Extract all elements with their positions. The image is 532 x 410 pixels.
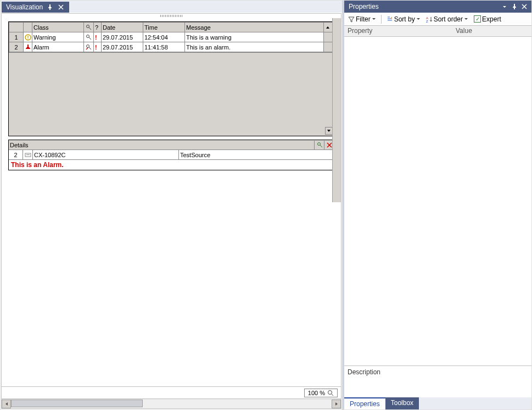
sortby-label: Sort by xyxy=(394,15,415,23)
svg-point-5 xyxy=(87,45,89,47)
cell-message: This is an alarm. xyxy=(185,42,324,52)
pane-grip[interactable] xyxy=(2,14,341,18)
details-message: This is an Alarm. xyxy=(9,160,334,170)
tab-properties[interactable]: Properties xyxy=(344,397,385,409)
sortorder-button[interactable]: AZ Sort order xyxy=(424,15,470,24)
ack-icon[interactable] xyxy=(84,32,94,42)
details-title: Details xyxy=(9,142,314,148)
properties-description: Description xyxy=(344,365,531,397)
properties-grid xyxy=(344,37,531,365)
window-menu-icon[interactable] xyxy=(500,2,509,12)
svg-rect-2 xyxy=(27,36,28,38)
zoom-icon xyxy=(327,390,334,396)
col-date[interactable]: Date xyxy=(102,23,143,32)
col-class[interactable]: Class xyxy=(32,23,84,32)
visualization-body: Class ? Date Time Message xyxy=(1,13,341,409)
visualization-canvas: Class ? Date Time Message xyxy=(2,18,341,202)
details-box: Details 2 CX-10892C TestSource xyxy=(8,140,334,170)
cell-rownum: 1 xyxy=(9,32,24,42)
filter-label: Filter xyxy=(356,15,371,23)
tab-label: Visualization xyxy=(6,3,43,11)
tab-visualization[interactable]: Visualization xyxy=(2,2,69,13)
col-ack[interactable] xyxy=(84,23,94,32)
col-icon[interactable] xyxy=(24,23,32,32)
cell-date: 29.07.2015 xyxy=(102,42,143,52)
svg-rect-8 xyxy=(26,154,30,155)
alarm-icon xyxy=(24,42,32,52)
properties-columns: Property Value xyxy=(344,26,531,37)
cell-date: 29.07.2015 xyxy=(102,32,143,42)
checkbox-checked-icon: ✓ xyxy=(474,15,481,23)
properties-toolbar: Filter Sort by AZ Sort order ✓ Expert xyxy=(344,13,531,26)
sortorder-label: Sort order xyxy=(434,15,463,23)
sort-down-button[interactable] xyxy=(325,127,333,135)
expert-label: Expert xyxy=(482,15,501,23)
col-value[interactable]: Value xyxy=(452,26,531,36)
details-device: CX-10892C xyxy=(33,150,179,159)
cell-class: Warning xyxy=(32,32,84,42)
cell-class: Alarm xyxy=(32,42,84,52)
table-row[interactable]: 2 Alarm ! 29.07.2015 11:41:58 This i xyxy=(9,42,334,52)
hscrollbar[interactable] xyxy=(2,398,341,408)
cell-time: 12:54:04 xyxy=(143,32,185,42)
cell-rownum: 2 xyxy=(9,42,24,52)
exclaim-icon: ! xyxy=(94,42,102,52)
visualization-footer: 100 % xyxy=(2,386,341,398)
svg-point-0 xyxy=(87,25,89,27)
scroll-right-icon[interactable] xyxy=(332,400,341,408)
properties-titlebar: Properties xyxy=(344,1,531,13)
scroll-track[interactable] xyxy=(11,400,332,408)
exclaim-icon: ! xyxy=(94,32,102,42)
visualization-tabstrip: Visualization xyxy=(1,1,342,13)
col-flag[interactable]: ? xyxy=(94,23,102,32)
filter-button[interactable]: Filter xyxy=(346,15,378,24)
visualization-pane: Visualization xyxy=(1,1,344,409)
details-rownum: 2 xyxy=(9,150,23,159)
sortorder-icon: AZ xyxy=(426,16,433,23)
expert-toggle[interactable]: ✓ Expert xyxy=(472,15,503,24)
details-source: TestSource xyxy=(179,150,334,159)
svg-point-9 xyxy=(328,390,332,394)
col-rownum[interactable] xyxy=(9,23,24,32)
col-property[interactable]: Property xyxy=(344,26,452,36)
vscrollbar[interactable] xyxy=(332,18,341,202)
properties-title: Properties xyxy=(346,3,500,10)
close-icon[interactable] xyxy=(57,3,65,11)
chevron-down-icon xyxy=(464,17,468,21)
scroll-left-icon[interactable] xyxy=(2,400,11,408)
device-icon xyxy=(23,150,33,159)
warning-icon xyxy=(24,32,32,42)
properties-pane: Properties Filter Sort by AZ Sort order xyxy=(344,1,531,409)
svg-point-4 xyxy=(87,35,89,37)
chevron-down-icon xyxy=(416,17,421,21)
details-header: Details xyxy=(9,140,334,150)
scroll-thumb[interactable] xyxy=(11,400,143,407)
chevron-down-icon xyxy=(372,17,376,21)
details-row: 2 CX-10892C TestSource xyxy=(9,150,334,160)
bottom-tabstrip: Properties Toolbox xyxy=(344,397,531,409)
alarm-header-row: Class ? Date Time Message xyxy=(9,23,334,32)
zoom-label: 100 % xyxy=(308,390,325,396)
details-ack-button[interactable] xyxy=(314,141,324,149)
pin-icon[interactable] xyxy=(509,2,519,12)
sortby-button[interactable]: Sort by xyxy=(385,15,422,24)
ack-icon[interactable] xyxy=(84,42,94,52)
description-label: Description xyxy=(348,368,380,376)
cell-time: 11:41:58 xyxy=(143,42,185,52)
tab-toolbox[interactable]: Toolbox xyxy=(385,397,419,409)
sortby-icon xyxy=(387,16,393,23)
alarm-table: Class ? Date Time Message xyxy=(9,22,334,52)
svg-point-6 xyxy=(317,142,320,145)
alarm-empty-area xyxy=(9,52,334,136)
zoom-level[interactable]: 100 % xyxy=(304,389,338,397)
cell-message: This is a warning xyxy=(185,32,324,42)
pin-icon[interactable] xyxy=(46,3,54,11)
close-icon[interactable] xyxy=(519,2,529,12)
col-time[interactable]: Time xyxy=(143,23,185,32)
svg-rect-3 xyxy=(27,38,28,39)
alarm-table-container: Class ? Date Time Message xyxy=(8,21,334,136)
col-message[interactable]: Message xyxy=(185,23,324,32)
table-row[interactable]: 1 Warning ! 29.07.2015 12:54:04 This xyxy=(9,32,334,42)
svg-text:Z: Z xyxy=(426,20,428,23)
filter-icon xyxy=(348,16,355,23)
